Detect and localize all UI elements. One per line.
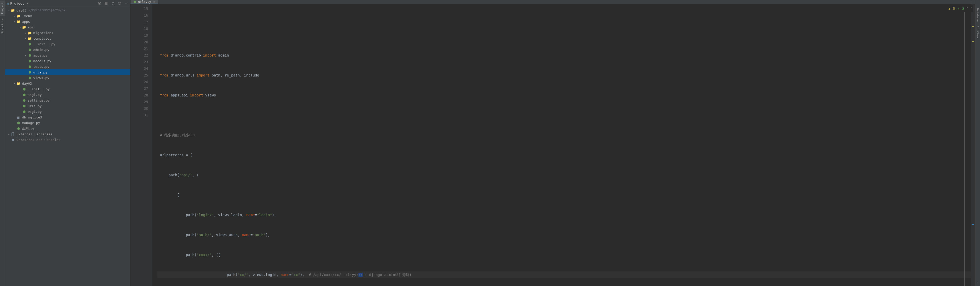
chevron-right-icon[interactable] (24, 32, 28, 34)
line-number[interactable]: 22 (130, 52, 148, 59)
editor-tab[interactable]: ⬢ urls.py × (130, 0, 158, 4)
sciview-tool-tab[interactable]: SciView (975, 24, 980, 40)
code-line[interactable] (158, 112, 975, 118)
tree-item[interactable]: ⬢asgi.py (5, 92, 130, 97)
database-tool-tab[interactable]: Database (975, 6, 980, 24)
line-number[interactable]: 30 (130, 105, 148, 112)
close-tab-icon[interactable]: × (153, 0, 155, 3)
line-number[interactable]: 17 (130, 19, 148, 25)
line-number[interactable]: 16 (130, 12, 148, 19)
hide-panel-icon[interactable]: — (124, 1, 129, 6)
tree-item[interactable]: 📁migrations (5, 30, 130, 35)
line-number[interactable]: 25 (130, 72, 148, 78)
project-tree[interactable]: 📁day03~/PycharmProjects/5x_📁.venv📁apps📁a… (5, 7, 130, 286)
tree-item[interactable]: ⬢models.py (5, 58, 130, 64)
tree-item[interactable]: 📁templates (5, 35, 130, 41)
line-number[interactable]: 21 (130, 45, 148, 52)
tree-item[interactable]: ▦db.sqlite3 (5, 114, 130, 120)
line-gutter[interactable]: 1516171819202122232425262728293031 (130, 4, 152, 286)
collapse-all-icon[interactable] (110, 1, 115, 6)
tree-item-label: day03 (16, 8, 26, 12)
chevron-right-icon[interactable] (13, 14, 16, 17)
right-rail-more-icon[interactable]: ⋮ (975, 281, 980, 286)
tree-item[interactable]: ▦Scratches and Consoles (5, 137, 130, 143)
tree-item[interactable]: 📁.venv (5, 13, 130, 19)
tree-item-label: day03 (22, 82, 32, 86)
chevron-down-icon[interactable] (7, 9, 11, 12)
chevron-right-icon[interactable] (7, 133, 11, 135)
tree-item-label: asgi.py (28, 93, 42, 97)
code-line[interactable]: [ (158, 192, 975, 198)
project-panel-header: ▤ Project ▾ — (5, 0, 130, 7)
ok-icon[interactable]: ✔ (958, 5, 959, 12)
project-panel-icon: ▤ (6, 2, 9, 5)
line-number[interactable]: 18 (130, 25, 148, 32)
tree-item[interactable]: 📁day03 (5, 81, 130, 86)
tree-item[interactable]: ⬢tests.py (5, 64, 130, 69)
line-number[interactable]: 19 (130, 32, 148, 39)
tree-item-label: .venv (22, 14, 32, 18)
editor-tab-label: urls.py (138, 0, 151, 3)
code-line[interactable]: path('api/', ( (158, 172, 975, 178)
next-highlight-icon[interactable]: ˅ (971, 5, 973, 12)
tree-item[interactable]: ⬢__init__.py (5, 41, 130, 47)
tree-item[interactable]: ⬢manage.py (5, 120, 130, 126)
code-line[interactable]: from django.urls import path, re_path, i… (158, 72, 975, 78)
code-line[interactable]: path('login/', views.login, name="login"… (158, 211, 975, 218)
tree-item-label: urls.py (33, 70, 47, 74)
chevron-down-icon[interactable] (18, 26, 22, 29)
line-number[interactable]: 31 (130, 112, 148, 118)
tree-item[interactable]: ⬢settings.py (5, 97, 130, 103)
code-line[interactable]: # 很多功能，很多URL (158, 132, 975, 138)
project-view-dropdown-icon[interactable]: ▾ (26, 2, 29, 5)
prev-highlight-icon[interactable]: ˄ (967, 5, 969, 12)
tree-item[interactable]: ⎧⎫External Libraries (5, 131, 130, 137)
error-stripe[interactable] (971, 4, 975, 286)
warning-count: 5 (953, 5, 955, 12)
tabbar-more-icon[interactable]: ⋮ (969, 0, 975, 4)
code-line[interactable] (158, 32, 975, 39)
structure-tool-tab[interactable]: Structure (0, 16, 5, 36)
line-number[interactable]: 15 (130, 5, 148, 12)
tree-item[interactable]: 📁day03~/PycharmProjects/5x_ (5, 8, 130, 13)
code-line[interactable]: urlpatterns = [ (158, 152, 975, 158)
tree-item[interactable]: ⬢apps.py (5, 52, 130, 58)
chevron-right-icon[interactable] (24, 54, 28, 57)
code-line[interactable]: path('auth/', views.auth, name='auth'), (158, 232, 975, 238)
project-panel-title[interactable]: Project (10, 2, 24, 5)
tree-item[interactable]: ⬢urls.py (5, 103, 130, 109)
tree-item[interactable]: 📁api (5, 24, 130, 30)
tree-item[interactable]: ⬢views.py (5, 75, 130, 81)
chevron-down-icon[interactable] (13, 82, 16, 85)
code-line[interactable]: path('xxxx/', ([ (158, 251, 975, 258)
tree-item-label: templates (33, 37, 51, 40)
expand-all-icon[interactable] (103, 1, 109, 6)
line-number[interactable]: 26 (130, 78, 148, 85)
line-number[interactable]: 29 (130, 99, 148, 105)
tree-item[interactable]: ⬢wsgi.py (5, 109, 130, 114)
tree-item[interactable]: 📁apps (5, 19, 130, 24)
settings-icon[interactable] (117, 1, 122, 6)
line-number[interactable]: 24 (130, 65, 148, 72)
code-area[interactable]: ▲5 ✔2 ˄ ˅ from django.contrib import adm… (152, 4, 975, 286)
editor-tabbar: ⬢ urls.py × ⋮ (130, 0, 975, 4)
code-line[interactable]: path('xx/', views.login, name="xx"), # /… (158, 272, 975, 278)
tree-item-label: apps (22, 20, 30, 24)
tree-item-label: api (28, 25, 33, 29)
warning-icon[interactable]: ▲ (948, 5, 951, 12)
line-number[interactable]: 28 (130, 92, 148, 99)
code-line[interactable]: from apps.api import views (158, 92, 975, 99)
code-line[interactable]: from django.contrib import admin (158, 52, 975, 59)
line-number[interactable]: 20 (130, 39, 148, 45)
tree-item[interactable]: ⬢admin.py (5, 47, 130, 52)
tree-item[interactable]: ⬢urls.py (5, 69, 130, 75)
chevron-right-icon[interactable] (24, 37, 28, 40)
select-opened-file-icon[interactable] (97, 1, 102, 6)
line-number[interactable]: 23 (130, 59, 148, 65)
project-tool-tab[interactable]: Project (0, 0, 5, 16)
tree-item[interactable]: ⬢正则.py (5, 126, 130, 131)
inspections-widget[interactable]: ▲5 ✔2 ˄ ˅ (948, 5, 973, 12)
tree-item[interactable]: ⬢__init__.py (5, 86, 130, 92)
chevron-down-icon[interactable] (13, 20, 16, 23)
line-number[interactable]: 27 (130, 85, 148, 92)
